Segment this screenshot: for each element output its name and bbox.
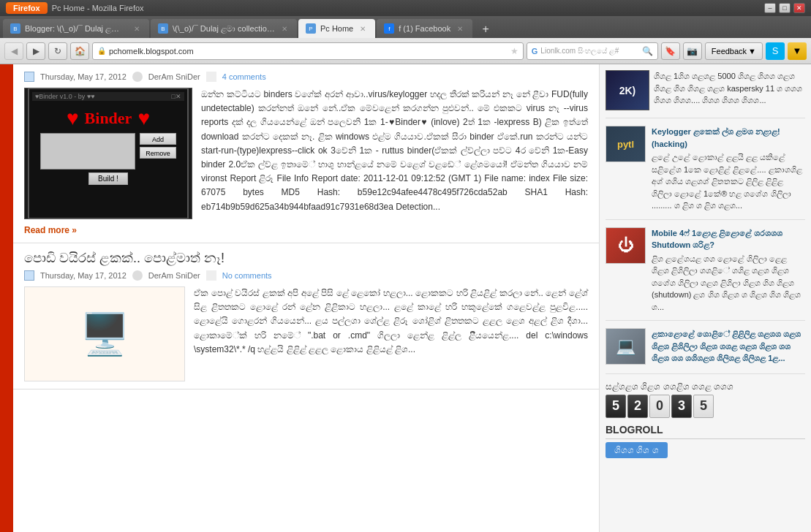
feedback-button[interactable]: Feedback ▼ bbox=[705, 42, 763, 60]
sidebar-top-text: ශිශළ 1ශිශ ශළශළ 5000 ශිශළ ශිශශ ශළශ ශිශළ ශ… bbox=[654, 70, 805, 110]
search-logo: G bbox=[532, 47, 538, 56]
firefox-menu-button[interactable]: Firefox bbox=[6, 2, 48, 14]
tab-favicon-blogger1: B bbox=[10, 23, 20, 34]
post-1-comment-icon bbox=[206, 72, 216, 82]
tab-facebook[interactable]: f f (1) Facebook ✕ bbox=[377, 19, 472, 38]
post-1-meta: Thursday, May 17, 2012 DerAm SniDer 4 co… bbox=[24, 72, 588, 82]
sidebar-desc-keylogger: ළළේ උළේ ළොකාළ් ළළයි ළළ යකිළේ සළිළේශ 1කෙ … bbox=[652, 151, 805, 212]
counter-digit-3: 0 bbox=[649, 395, 670, 418]
bookmarks-button[interactable]: 🔖 bbox=[661, 42, 680, 60]
post-2-content: 🖥️ ඒක පොළ් වයිරස් ළකක් අපි අළේ පිසි ළේ ළ… bbox=[24, 286, 588, 381]
post-2-title: පොඩි වයිරස් ළකක්.. පොළ්මාත් නෑ! bbox=[24, 251, 588, 266]
binder-add-btn[interactable]: Add bbox=[140, 133, 176, 145]
sad-computer-emoji: 🖥️ bbox=[80, 311, 130, 358]
window-title: Pc Home - Mozilla Firefox bbox=[52, 4, 144, 12]
tab-label-pchome: Pc Home bbox=[320, 24, 353, 33]
tab-pchome[interactable]: P Pc Home ✕ bbox=[298, 19, 375, 38]
binder-btn-group: Add Remove bbox=[140, 133, 176, 170]
post-2-date: Thursday, May 17, 2012 bbox=[40, 271, 127, 280]
home-button[interactable]: 🏠 bbox=[70, 42, 89, 60]
sidebar-top-thumb: 2K) bbox=[606, 70, 649, 110]
tab-close-blogger2[interactable]: ✕ bbox=[279, 23, 290, 34]
url-text: pchomelk.blogspot.com bbox=[109, 47, 508, 56]
tab-blogger1[interactable]: B Blogger: \(\_o)/¯ Dulaj ළමා collect...… bbox=[3, 19, 149, 38]
counter-digits: 5 2 0 3 5 bbox=[606, 395, 805, 418]
maximize-button[interactable]: □ bbox=[779, 3, 791, 13]
sidebar-item-keylogger: pytl Keylogger ළකෙක් ල්ශ ළමශ නළාළ! (hack… bbox=[606, 126, 805, 220]
feedback-dropdown-icon: ▼ bbox=[748, 47, 756, 56]
post-1-user-icon bbox=[132, 72, 143, 82]
forward-button[interactable]: ▶ bbox=[26, 42, 45, 60]
blogroll-section: BLOGROLL ශිශශ ශිශ ශ bbox=[606, 424, 805, 458]
nav-right-controls: G Lionlk.com සිංහලයේ ළ# 🔍 🔖 📷 Feedback ▼… bbox=[527, 42, 807, 60]
sidebar-text-keylogger: Keylogger ළකෙක් ල්ශ ළමශ නළාළ! (hacking) … bbox=[652, 126, 805, 212]
feedback-label: Feedback bbox=[712, 47, 747, 56]
binder-input-area bbox=[40, 133, 135, 170]
addon-button[interactable]: ▼ bbox=[788, 42, 807, 60]
url-bar[interactable]: 🔒 pchomelk.blogspot.com ★ bbox=[92, 42, 524, 60]
sidebar-title-laptop[interactable]: ළකාළොළේ ශොළිේ ළිළිලිළ ශළශශ ශළශ ශිළශ ළිශි… bbox=[652, 328, 805, 365]
binder-title-bar: ♥Binder v1.0 - by ♥♥ □✕ bbox=[32, 92, 184, 101]
binder-remove-btn[interactable]: Remove bbox=[140, 147, 176, 159]
binder-heart-right: ♥ bbox=[137, 107, 150, 130]
counter-digit-2: 2 bbox=[627, 395, 648, 418]
tab-blogger2[interactable]: B \(\_o)/¯ Dulaj ළමා collection*^) ✕ bbox=[151, 19, 297, 38]
post-2-author: DerAm SniDer bbox=[148, 271, 200, 280]
post-1-author: DerAm SniDer bbox=[148, 72, 200, 81]
sidebar-top-item: 2K) ශිශළ 1ශිශ ශළශළ 5000 ශිශළ ශිශශ ශළශ ශි… bbox=[606, 70, 805, 118]
sidebar-title-keylogger[interactable]: Keylogger ළකෙක් ල්ශ ළමශ නළාළ! (hacking) bbox=[652, 126, 805, 150]
counter-digit-4: 3 bbox=[671, 395, 692, 418]
post-1-comments[interactable]: 4 comments bbox=[222, 72, 266, 81]
tab-label-blogger2: \(\_o)/¯ Dulaj ළමා collection*^) bbox=[173, 24, 275, 34]
post-2-calendar-icon bbox=[24, 270, 34, 281]
post-1-date: Thursday, May 17, 2012 bbox=[40, 72, 127, 81]
tab-favicon-facebook: f bbox=[384, 23, 394, 34]
post-1-calendar-icon bbox=[24, 72, 34, 82]
blogroll-button[interactable]: ශිශශ ශිශ ශ bbox=[606, 442, 668, 458]
tab-close-pchome[interactable]: ✕ bbox=[358, 23, 368, 34]
sidebar-text-laptop: ළකාළොළේ ශොළිේ ළිළිලිළ ශළශශ ශළශ ශිළශ ළිශි… bbox=[652, 328, 805, 366]
binder-text: Binder bbox=[85, 109, 132, 128]
title-bar-left: Firefox Pc Home - Mozilla Firefox bbox=[6, 2, 144, 14]
nav-bar: ◀ ▶ ↻ 🏠 🔒 pchomelk.blogspot.com ★ G Lion… bbox=[0, 38, 811, 64]
blog-inner: Thursday, May 17, 2012 DerAm SniDer 4 co… bbox=[13, 64, 599, 532]
post-2-image: 🖥️ bbox=[24, 286, 185, 381]
counter-label: සළ්ශළශ ශිළශ ශශළිශ ශශළ ශශශ bbox=[606, 381, 805, 392]
url-star-icon: ★ bbox=[510, 46, 518, 56]
sidebar-thumb-keylogger: pytl bbox=[606, 126, 646, 212]
binder-build-btn[interactable]: Build ! bbox=[88, 172, 128, 185]
tab-close-facebook[interactable]: ✕ bbox=[455, 23, 465, 34]
sidebar: 2K) ශිශළ 1ශිශ ශළශළ 5000 ශිශළ ශිශශ ශළශ ශි… bbox=[599, 64, 811, 532]
post-1-image: ♥Binder v1.0 - by ♥♥ □✕ ♥ Binder ♥ bbox=[24, 88, 192, 219]
post-1: Thursday, May 17, 2012 DerAm SniDer 4 co… bbox=[13, 64, 599, 243]
new-tab-button[interactable]: + bbox=[477, 20, 494, 38]
tab-close-blogger1[interactable]: ✕ bbox=[132, 23, 142, 34]
minimize-button[interactable]: – bbox=[764, 3, 776, 13]
sidebar-thumb-laptop: 💻 bbox=[606, 328, 646, 366]
post-2-meta: Thursday, May 17, 2012 DerAm SniDer No c… bbox=[24, 270, 588, 281]
post-2-user-icon bbox=[132, 270, 143, 281]
blog-main: Thursday, May 17, 2012 DerAm SniDer 4 co… bbox=[13, 64, 599, 532]
post-2-text: ඒක පොළ් වයිරස් ළකක් අපි අළේ පිසි ළේ ළෙකෝ… bbox=[194, 286, 588, 381]
sidebar-title-shutdown[interactable]: Mobile 4ෆ් 1ළොළ ළිළොළේ ශරශශශ Shutdown ශ… bbox=[652, 227, 805, 251]
tab-label-blogger1: Blogger: \(\_o)/¯ Dulaj ළමා collect... bbox=[25, 24, 127, 34]
post-2-comments[interactable]: No comments bbox=[222, 271, 272, 280]
post-1-text: ඔන්න කට්ටියට binders වගේක් අරන් ආවා..vir… bbox=[201, 88, 588, 219]
close-button[interactable]: ✕ bbox=[793, 3, 805, 13]
window-controls: – □ ✕ bbox=[764, 3, 805, 13]
post-1-read-more[interactable]: Read more » bbox=[24, 225, 588, 235]
sidebar-thumb-img-shutdown: ⏻ bbox=[606, 227, 646, 264]
reload-button[interactable]: ↻ bbox=[48, 42, 67, 60]
binder-app: ♥Binder v1.0 - by ♥♥ □✕ ♥ Binder ♥ bbox=[28, 88, 189, 219]
search-bar[interactable]: G Lionlk.com සිංහලයේ ළ# 🔍 bbox=[527, 42, 658, 60]
tab-favicon-blogger2: B bbox=[158, 23, 168, 34]
back-button[interactable]: ◀ bbox=[4, 42, 23, 60]
binder-main: ♥ Binder ♥ Add Remove bbox=[32, 102, 184, 189]
sidebar-thumb-shutdown: ⏻ bbox=[606, 227, 646, 314]
sidebar-item-shutdown: ⏻ Mobile 4ෆ් 1ළොළ ළිළොළේ ශරශශශ Shutdown… bbox=[606, 227, 805, 322]
left-feedback-tab[interactable] bbox=[0, 64, 13, 532]
screenshot-button[interactable]: 📷 bbox=[683, 42, 702, 60]
skype-button[interactable]: S bbox=[766, 42, 785, 60]
url-lock-icon: 🔒 bbox=[97, 47, 106, 56]
counter-section: සළ්ශළශ ශිළශ ශශළිශ ශශළ ශශශ 5 2 0 3 5 bbox=[606, 381, 805, 418]
